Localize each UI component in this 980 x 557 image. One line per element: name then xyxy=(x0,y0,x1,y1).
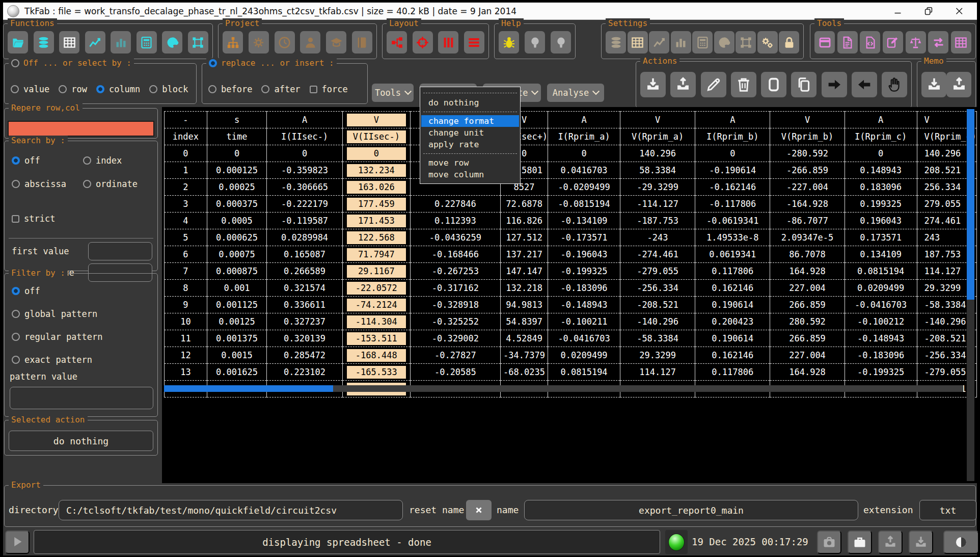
table-row-cell[interactable]: -0.100211 xyxy=(548,313,620,330)
hint-1-button[interactable] xyxy=(525,31,545,54)
table-row-cell[interactable]: -114.127 xyxy=(620,196,695,213)
table-row-cell[interactable]: 0.000625 xyxy=(207,229,266,246)
close-icon[interactable] xyxy=(952,5,966,18)
action-edit-button[interactable] xyxy=(701,72,726,97)
settings-bar-chart-button[interactable] xyxy=(671,31,691,54)
table-row-cell[interactable]: 266.859 xyxy=(770,297,845,313)
table-row-cell[interactable]: 29.3299 xyxy=(620,347,695,364)
table-row-cell[interactable]: -0.0209499 xyxy=(548,179,620,196)
project-tree-button[interactable] xyxy=(223,31,243,54)
header-row-cell[interactable]: I(Rprim_c) xyxy=(845,128,917,145)
table-row-cell[interactable]: 0.00125 xyxy=(207,313,266,330)
table-row-cell[interactable]: 0.112393 xyxy=(410,213,500,229)
horizontal-scrollbar-thumb[interactable] xyxy=(164,385,333,392)
select-by-block-radio[interactable] xyxy=(149,85,157,93)
unit-row-cell[interactable]: A xyxy=(548,112,620,128)
table-row-cell[interactable]: -208.521 xyxy=(620,297,695,313)
unit-row-cell[interactable]: A xyxy=(267,112,343,128)
table-row-cell[interactable]: -0.183096 xyxy=(548,280,620,297)
table-row-cell[interactable]: 0 xyxy=(845,145,917,162)
table-row-cell[interactable]: 54.8397 xyxy=(500,313,548,330)
menu-button-analyse[interactable]: Analyse xyxy=(547,84,604,102)
calculator-tool-button[interactable] xyxy=(137,31,157,54)
table-row-cell[interactable]: -58.3384 xyxy=(620,330,695,347)
table-row-cell[interactable]: -279.055 xyxy=(620,263,695,280)
table-row-cell[interactable]: 147.147 xyxy=(500,263,548,280)
table-row-cell[interactable]: 0.173571 xyxy=(845,229,917,246)
table-row-cell[interactable]: -0.199325 xyxy=(548,263,620,280)
table-row-cell[interactable]: -0.199325 xyxy=(845,364,917,381)
table-row-cell[interactable]: 71.7947 xyxy=(342,246,410,263)
table-row-cell[interactable]: 132.218 xyxy=(500,280,548,297)
project-user-button[interactable] xyxy=(300,31,320,54)
table-row-cell[interactable]: -266.859 xyxy=(770,162,845,179)
table-row-cell[interactable]: -0.162146 xyxy=(695,179,770,196)
table-row-cell[interactable]: -274.461 xyxy=(620,246,695,263)
table-row-cell[interactable]: -0.359823 xyxy=(267,162,343,179)
table-row-cell[interactable]: 0.200423 xyxy=(695,313,770,330)
settings-spreadsheet-button[interactable] xyxy=(628,31,648,54)
project-notebook-button[interactable] xyxy=(352,31,372,54)
table-row-cell[interactable]: 0.162146 xyxy=(695,280,770,297)
table-row-cell[interactable]: 1.49533e-8 xyxy=(695,229,770,246)
table-row-cell[interactable]: 227.004 xyxy=(770,347,845,364)
table-row-cell[interactable]: -0.0416703 xyxy=(548,330,620,347)
table-row-cell[interactable]: -29.3299 xyxy=(620,179,695,196)
table-row-cell[interactable]: 29.1167 xyxy=(342,263,410,280)
table-row-cell[interactable]: -0.196043 xyxy=(548,246,620,263)
table-row-cell[interactable]: 0.165087 xyxy=(267,246,343,263)
filter-by-regular-pattern-radio[interactable] xyxy=(12,333,20,341)
table-row-cell[interactable]: 171.453 xyxy=(342,213,410,229)
table-row-cell[interactable]: 0.0015 xyxy=(207,347,266,364)
table-row-cell[interactable]: -187.753 xyxy=(620,213,695,229)
table-row-cell[interactable]: 122.568 xyxy=(342,229,410,246)
table-row-cell[interactable]: 9 xyxy=(165,297,207,313)
table-row-cell[interactable]: -0.306665 xyxy=(267,179,343,196)
table-row-cell[interactable]: 266.859 xyxy=(770,330,845,347)
table-row-cell[interactable]: 0.001125 xyxy=(207,297,266,313)
table-row-cell[interactable]: 10 xyxy=(165,313,207,330)
table-row-cell[interactable]: 0 xyxy=(342,145,410,162)
table-row-cell[interactable]: -168.448 xyxy=(342,347,410,364)
spreadsheet-view-button[interactable] xyxy=(59,31,79,54)
data-stack-button[interactable] xyxy=(34,31,54,54)
horizontal-scrollbar[interactable] xyxy=(164,385,963,392)
header-row-cell[interactable]: time xyxy=(207,128,266,145)
vertical-scrollbar[interactable] xyxy=(967,109,974,481)
table-row-cell[interactable]: -0.183096 xyxy=(845,347,917,364)
action-copy-button[interactable] xyxy=(791,72,816,97)
table-row-cell[interactable]: -280.592 xyxy=(770,145,845,162)
search-by-abscissa-radio[interactable] xyxy=(12,180,20,188)
table-row-cell[interactable]: 0.000875 xyxy=(207,263,266,280)
table-row-cell[interactable]: 0.199325 xyxy=(845,196,917,213)
status-download-button[interactable] xyxy=(909,531,933,554)
table-row-cell[interactable]: 164.928 xyxy=(770,364,845,381)
menu-item-move-column[interactable]: move column xyxy=(421,169,519,180)
table-row-cell[interactable]: 0 xyxy=(165,145,207,162)
select-by-column-radio[interactable] xyxy=(96,85,104,93)
table-row-cell[interactable]: 0.266589 xyxy=(267,263,343,280)
table-row-cell[interactable]: -0.20585 xyxy=(410,364,500,381)
table-row-cell[interactable]: 116.826 xyxy=(500,213,548,229)
table-row-cell[interactable]: 0.162146 xyxy=(695,347,770,364)
pattern-value-input[interactable] xyxy=(10,387,153,409)
select-by-value-radio[interactable] xyxy=(11,85,19,93)
line-chart-view-button[interactable] xyxy=(85,31,105,54)
table-row-cell[interactable]: 2 xyxy=(165,179,207,196)
table-row-cell[interactable]: 0.117806 xyxy=(695,263,770,280)
table-row-cell[interactable]: -256.334 xyxy=(620,280,695,297)
table-row-cell[interactable]: 6 xyxy=(165,246,207,263)
table-row-cell[interactable]: 0.0289984 xyxy=(267,229,343,246)
table-row-cell[interactable]: -0.0619341 xyxy=(695,213,770,229)
force-checkbox[interactable] xyxy=(310,86,317,93)
filter-by-off-radio[interactable] xyxy=(12,287,20,295)
tool-report-button[interactable] xyxy=(837,31,858,54)
table-row-cell[interactable]: 164.928 xyxy=(770,263,845,280)
selected-action-button[interactable]: do nothing xyxy=(9,431,153,451)
reset-name-button[interactable] xyxy=(466,500,492,520)
table-row-cell[interactable]: 2.09347e-5 xyxy=(770,229,845,246)
name-input[interactable] xyxy=(524,500,858,520)
table-row-cell[interactable]: 0.0209499 xyxy=(548,347,620,364)
table-row-cell[interactable]: 0.0209499 xyxy=(845,280,917,297)
table-row-cell[interactable]: -0.317162 xyxy=(410,280,500,297)
